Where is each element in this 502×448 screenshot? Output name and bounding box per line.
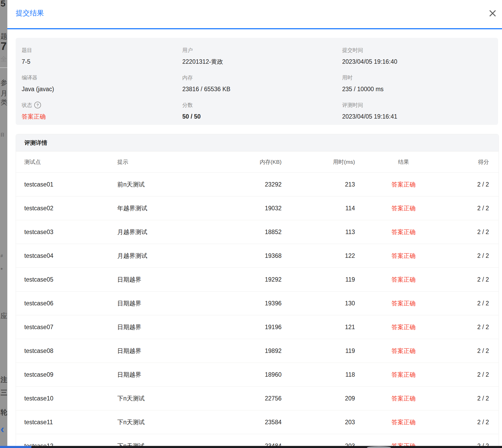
cell-memory: 19032 (243, 205, 282, 212)
info-score: 分数 50 / 50 (182, 102, 342, 120)
info-problem-label: 题目 (22, 47, 182, 54)
info-user: 用户 22201312-黄政 (182, 47, 342, 66)
cell-memory: 19292 (243, 276, 282, 283)
cell-result: 答案正确 (355, 394, 452, 403)
cell-hint: 日期越界 (117, 323, 243, 331)
cell-memory: 18960 (243, 371, 282, 378)
background-text-fragment: * (1, 267, 3, 273)
cell-memory: 19396 (243, 300, 282, 307)
modal-header: 提交结果 (7, 2, 502, 29)
info-user-label: 用户 (182, 47, 342, 54)
info-memory-label: 内存 (182, 74, 342, 81)
table-row[interactable]: testcase04 月越界测试 19368 122 答案正确 2 / 2 (16, 244, 499, 268)
cell-time: 114 (282, 205, 355, 212)
info-status-label: 状态 ? (22, 102, 182, 108)
cell-time: 119 (282, 347, 355, 354)
cell-result: 答案正确 (355, 347, 452, 355)
cell-hint: 月越界测试 (117, 228, 243, 236)
bottom-edge-strip (0, 446, 502, 448)
background-text-fragment: 全 (1, 56, 7, 62)
table-row[interactable]: testcase11 下n天测试 23584 203 答案正确 2 / 2 (16, 410, 499, 434)
info-time-used: 用时 235 / 10000 ms (342, 74, 498, 93)
cell-time: 118 (282, 371, 355, 378)
background-text-fragment: 日 (1, 133, 4, 137)
bottom-strip-highlight (367, 446, 391, 448)
cell-result: 答案正确 (355, 252, 452, 260)
col-header-score: 得分 (452, 158, 489, 166)
cell-time: 209 (282, 395, 355, 402)
info-compiler-label: 编译器 (22, 74, 182, 81)
status-badge: 答案正确 (22, 113, 182, 120)
info-status-label-text: 状态 (22, 102, 32, 108)
cell-testcase: testcase09 (16, 371, 117, 378)
info-problem: 题目 7-5 (22, 47, 182, 66)
info-memory: 内存 23816 / 65536 KB (182, 74, 342, 93)
background-text-fragment: 参 (1, 79, 7, 86)
cell-score: 2 / 2 (452, 300, 489, 307)
testcase-table-header: 测试点 提示 内存(KB) 用时(ms) 结果 得分 (16, 152, 499, 173)
cell-time: 130 (282, 300, 355, 307)
table-row[interactable]: testcase03 月越界测试 18852 113 答案正确 2 / 2 (16, 220, 499, 244)
info-score-label: 分数 (182, 102, 342, 108)
cell-memory: 19196 (243, 324, 282, 331)
background-text-fragment: 轮 (1, 409, 7, 416)
cell-score: 2 / 2 (452, 371, 489, 378)
judge-details-title: 评测详情 (24, 139, 47, 147)
background-text-fragment: ‹ (1, 424, 4, 435)
cell-time: 119 (282, 276, 355, 283)
cell-score: 2 / 2 (452, 347, 489, 354)
status-help-icon[interactable]: ? (34, 102, 41, 108)
cell-result: 答案正确 (355, 418, 452, 426)
info-compiler: 编译器 Java (javac) (22, 74, 182, 93)
screen: 5题目7全参月类日#*应注三轮‹ 提交结果 题目 7-5 (0, 0, 502, 448)
cell-result: 答案正确 (355, 371, 452, 379)
table-row[interactable]: testcase06 日期越界 19396 130 答案正确 2 / 2 (16, 292, 499, 315)
cell-score: 2 / 2 (452, 205, 489, 212)
table-row[interactable]: testcase01 前n天测试 23292 213 答案正确 2 / 2 (16, 173, 499, 196)
col-header-time: 用时(ms) (282, 158, 355, 166)
cell-testcase: testcase01 (16, 181, 117, 188)
cell-testcase: testcase10 (16, 395, 117, 402)
cell-score: 2 / 2 (452, 181, 489, 188)
cell-result: 答案正确 (355, 181, 452, 189)
cell-time: 213 (282, 181, 355, 188)
cell-score: 2 / 2 (452, 252, 489, 259)
table-row[interactable]: testcase05 日期越界 19292 119 答案正确 2 / 2 (16, 268, 499, 292)
info-memory-value: 23816 / 65536 KB (182, 85, 342, 93)
cell-hint: 前n天测试 (117, 181, 243, 189)
cell-memory: 22756 (243, 395, 282, 402)
cell-memory: 19368 (243, 252, 282, 259)
cell-hint: 下n天测试 (117, 394, 243, 403)
background-divider (0, 67, 7, 68)
info-judge-time: 评测时间 2023/04/05 19:16:41 (342, 102, 498, 120)
testcase-table-body: testcase01 前n天测试 23292 213 答案正确 2 / 2 te… (16, 173, 499, 448)
table-row[interactable]: testcase02 年越界测试 19032 114 答案正确 2 / 2 (16, 196, 499, 220)
cell-hint: 日期越界 (117, 371, 243, 379)
table-row[interactable]: testcase09 日期越界 18960 118 答案正确 2 / 2 (16, 363, 499, 387)
bottom-strip-blue-segment (0, 446, 31, 448)
cell-testcase: testcase02 (16, 205, 117, 212)
cell-result: 答案正确 (355, 276, 452, 284)
cell-testcase: testcase03 (16, 229, 117, 236)
background-text-fragment: # (1, 254, 3, 258)
cell-memory: 19892 (243, 347, 282, 354)
cell-score: 2 / 2 (452, 395, 489, 402)
table-row[interactable]: testcase10 下n天测试 22756 209 答案正确 2 / 2 (16, 387, 499, 410)
modal-title: 提交结果 (16, 8, 44, 18)
info-time-used-value: 235 / 10000 ms (342, 85, 498, 93)
table-row[interactable]: testcase08 日期越界 19892 119 答案正确 2 / 2 (16, 339, 499, 363)
info-submit-time-label: 提交时间 (342, 47, 498, 54)
cell-hint: 月越界测试 (117, 252, 243, 260)
close-button[interactable] (487, 8, 498, 19)
info-judge-time-label: 评测时间 (342, 102, 498, 108)
cell-testcase: testcase08 (16, 347, 117, 354)
background-text-fragment: 7 (1, 41, 7, 52)
cell-hint: 日期越界 (117, 347, 243, 355)
cell-time: 203 (282, 419, 355, 426)
background-text-fragment: 注 (1, 376, 7, 383)
background-text-fragment: 题目 (1, 33, 7, 40)
cell-result: 答案正确 (355, 323, 452, 331)
cell-score: 2 / 2 (452, 276, 489, 283)
table-row[interactable]: testcase07 日期越界 19196 121 答案正确 2 / 2 (16, 315, 499, 339)
cell-time: 113 (282, 229, 355, 236)
